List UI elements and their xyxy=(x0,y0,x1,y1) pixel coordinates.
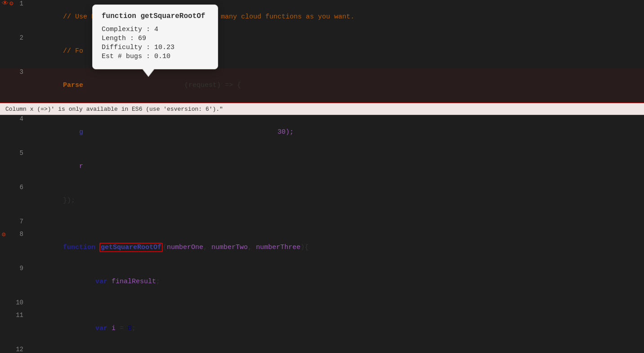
line-11: 11 var i = 0; xyxy=(0,312,644,346)
length-sep: : xyxy=(126,35,138,42)
error-column-label: Column xyxy=(5,106,27,113)
val-11: 0 xyxy=(128,325,132,332)
error-banner: Column x (=>)' is only available in ES6 … xyxy=(0,103,644,115)
line-content-5: r xyxy=(27,149,644,184)
tooltip-complexity: Complexity : 4 xyxy=(102,26,209,33)
gutter-5: 5 xyxy=(0,149,27,157)
comment-text-2: // Fo xyxy=(63,47,83,55)
line-number-11: 11 xyxy=(16,312,23,319)
line-number-7: 7 xyxy=(20,218,23,225)
line-number-2: 2 xyxy=(20,34,23,41)
line-content-4: g 30); xyxy=(27,115,644,149)
parse-rest xyxy=(83,81,184,89)
code-4: g xyxy=(63,128,83,136)
line-number-10: 10 xyxy=(16,299,23,306)
line-content-10 xyxy=(27,299,644,301)
line-content-12: var j = 0; xyxy=(27,346,644,353)
line-content-9: var finalResult; xyxy=(27,265,644,299)
gutter-3: 3 xyxy=(0,68,27,76)
function-tooltip: function getSquareRootOf Complexity : 4 … xyxy=(92,5,218,69)
line-8: ⚙ 8 function getSquareRootOf(numberOne, … xyxy=(0,231,644,265)
line-content-8: function getSquareRootOf(numberOne, numb… xyxy=(27,231,644,265)
length-label: Length xyxy=(102,35,126,42)
line-number-6: 6 xyxy=(20,184,23,191)
var-kw-9: var xyxy=(63,278,112,285)
line-number-5: 5 xyxy=(20,149,23,157)
line-number-4: 4 xyxy=(20,115,23,122)
line-number-8: 8 xyxy=(20,231,23,238)
gutter-icons-8[interactable]: ⚙ xyxy=(2,231,5,238)
gear-icon[interactable]: ⚙ xyxy=(9,0,13,8)
var-name-9: finalResult xyxy=(112,278,156,285)
gutter-7: 7 xyxy=(0,218,27,225)
tooltip-arrow-inner xyxy=(143,68,154,76)
line-9: 9 var finalResult; xyxy=(0,265,644,299)
code-5: r xyxy=(63,163,83,170)
semi-11: ; xyxy=(132,325,136,332)
code-6: }); xyxy=(63,197,75,204)
gutter-4: 4 xyxy=(0,115,27,122)
gutter-icons-1[interactable]: 👁 ⚙ xyxy=(2,0,13,8)
gutter-1: 👁 ⚙ 1 xyxy=(0,0,27,7)
line-content-11: var i = 0; xyxy=(27,312,644,346)
line-number-12: 12 xyxy=(16,346,23,353)
gutter-12: 12 xyxy=(0,346,27,353)
bugs-sep: : xyxy=(142,53,154,60)
function-keyword: function xyxy=(63,244,99,251)
param-3: numberThree xyxy=(256,244,300,251)
line-7: 7 xyxy=(0,218,644,231)
error-message: x (=>)' is only available in ES6 (use 'e… xyxy=(30,106,223,113)
var-i: i xyxy=(112,325,116,332)
gutter-2: 2 xyxy=(0,34,27,41)
gear-icon-8[interactable]: ⚙ xyxy=(2,231,5,238)
line-number-3: 3 xyxy=(20,68,23,76)
line-number-9: 9 xyxy=(20,265,23,272)
line-10: 10 xyxy=(0,299,644,312)
code-4b: 30); xyxy=(83,128,294,136)
line-content-6: }); xyxy=(27,184,644,218)
semi-9: ; xyxy=(156,278,160,285)
gutter-11: 11 xyxy=(0,312,27,319)
comma2: , xyxy=(248,244,256,251)
difficulty-label: Difficulty xyxy=(102,44,142,51)
func-open: ){ xyxy=(300,244,309,251)
line-content-3: Parse (request) => { xyxy=(27,68,644,103)
tooltip-title: function getSquareRootOf xyxy=(102,12,209,20)
function-name-highlight: getSquareRootOf xyxy=(99,243,163,252)
line-number-1: 1 xyxy=(20,0,23,7)
request-arrow: (request) => { xyxy=(184,81,241,89)
param-2: numberTwo xyxy=(211,244,248,251)
line-3: 3 Parse (request) => { xyxy=(0,68,644,103)
tooltip-length: Length : 69 xyxy=(102,35,209,42)
tooltip-bugs: Est # bugs : 0.10 xyxy=(102,53,209,60)
gutter-8: ⚙ 8 xyxy=(0,231,27,238)
complexity-sep: : xyxy=(142,26,154,33)
line-content-7 xyxy=(27,218,644,220)
var-kw-11: var xyxy=(63,325,112,332)
complexity-label: Complexity xyxy=(102,26,142,33)
parse-keyword: Parse xyxy=(63,81,83,89)
gutter-9: 9 xyxy=(0,265,27,272)
param-1: numberOne xyxy=(167,244,203,251)
length-value: 69 xyxy=(138,35,146,42)
bugs-value: 0.10 xyxy=(154,53,170,60)
line-4: 4 g 30); xyxy=(0,115,644,149)
line-5: 5 r xyxy=(0,149,644,184)
eq-11: = xyxy=(116,325,128,332)
difficulty-value: 10.23 xyxy=(154,44,174,51)
code-editor: 👁 ⚙ 1 // Use Parse.Cloud.define to defin… xyxy=(0,0,644,353)
complexity-value: 4 xyxy=(154,26,158,33)
eye-icon[interactable]: 👁 xyxy=(2,0,9,8)
comma1: , xyxy=(203,244,211,251)
gutter-6: 6 xyxy=(0,184,27,191)
function-params: ( xyxy=(163,244,167,251)
tooltip-difficulty: Difficulty : 10.23 xyxy=(102,44,209,51)
line-6: 6 }); xyxy=(0,184,644,218)
bugs-label: Est # bugs xyxy=(102,53,142,60)
line-12: 12 var j = 0; xyxy=(0,346,644,353)
gutter-10: 10 xyxy=(0,299,27,306)
difficulty-sep: : xyxy=(142,44,154,51)
